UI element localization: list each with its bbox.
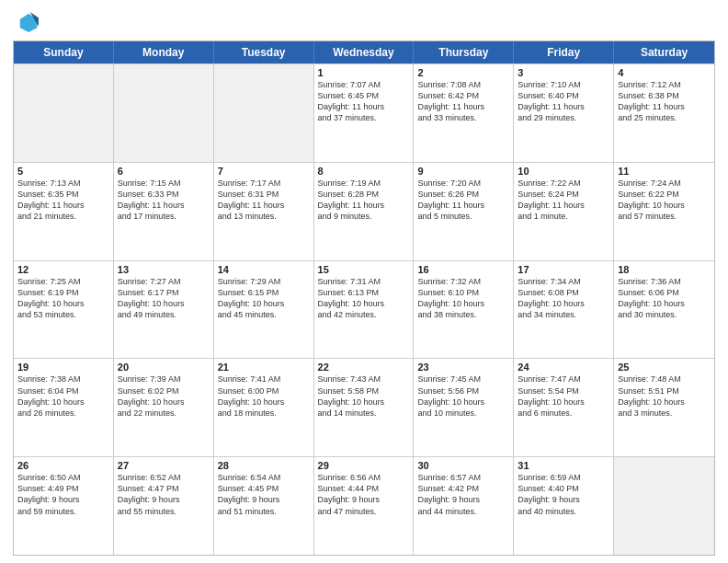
- cal-cell-31: 31Sunrise: 6:59 AM Sunset: 4:40 PM Dayli…: [514, 457, 614, 555]
- cal-cell-14: 14Sunrise: 7:29 AM Sunset: 6:15 PM Dayli…: [214, 261, 314, 359]
- cell-info: Sunrise: 7:24 AM Sunset: 6:22 PM Dayligh…: [618, 178, 711, 223]
- day-number: 19: [17, 362, 109, 373]
- cal-cell-30: 30Sunrise: 6:57 AM Sunset: 4:42 PM Dayli…: [414, 457, 514, 555]
- day-number: 4: [618, 67, 711, 78]
- calendar-row-0: 1Sunrise: 7:07 AM Sunset: 6:45 PM Daylig…: [14, 63, 714, 162]
- day-number: 14: [218, 264, 310, 275]
- cell-info: Sunrise: 7:45 AM Sunset: 5:56 PM Dayligh…: [417, 373, 509, 419]
- day-number: 25: [618, 362, 711, 373]
- cell-info: Sunrise: 7:48 AM Sunset: 5:51 PM Dayligh…: [618, 373, 711, 419]
- cell-info: Sunrise: 6:54 AM Sunset: 4:45 PM Dayligh…: [218, 472, 310, 517]
- cell-info: Sunrise: 7:10 AM Sunset: 6:40 PM Dayligh…: [518, 79, 609, 124]
- cal-cell-2: 2Sunrise: 7:08 AM Sunset: 6:42 PM Daylig…: [414, 64, 514, 162]
- day-number: 3: [518, 67, 609, 78]
- calendar-row-1: 5Sunrise: 7:13 AM Sunset: 6:35 PM Daylig…: [14, 162, 714, 260]
- logo: [13, 9, 42, 35]
- cal-cell-1: 1Sunrise: 7:07 AM Sunset: 6:45 PM Daylig…: [314, 64, 415, 162]
- calendar-body: 1Sunrise: 7:07 AM Sunset: 6:45 PM Daylig…: [14, 63, 714, 555]
- calendar: SundayMondayTuesdayWednesdayThursdayFrid…: [13, 40, 715, 556]
- header: [13, 9, 715, 35]
- day-number: 29: [318, 460, 410, 471]
- cal-cell-29: 29Sunrise: 6:56 AM Sunset: 4:44 PM Dayli…: [314, 457, 415, 555]
- cal-cell-5: 5Sunrise: 7:13 AM Sunset: 6:35 PM Daylig…: [14, 163, 114, 260]
- cell-info: Sunrise: 7:41 AM Sunset: 6:00 PM Dayligh…: [218, 373, 310, 419]
- day-number: 17: [518, 264, 609, 275]
- day-number: 22: [318, 362, 410, 373]
- cal-cell-empty-0-0: [14, 64, 114, 162]
- day-number: 24: [518, 362, 609, 373]
- calendar-row-4: 26Sunrise: 6:50 AM Sunset: 4:49 PM Dayli…: [14, 456, 714, 555]
- cell-info: Sunrise: 7:43 AM Sunset: 5:58 PM Dayligh…: [318, 373, 410, 419]
- cell-info: Sunrise: 7:38 AM Sunset: 6:04 PM Dayligh…: [17, 373, 109, 419]
- cell-info: Sunrise: 6:50 AM Sunset: 4:49 PM Dayligh…: [17, 472, 109, 517]
- page: SundayMondayTuesdayWednesdayThursdayFrid…: [0, 0, 728, 563]
- day-number: 31: [518, 460, 609, 471]
- cell-info: Sunrise: 7:17 AM Sunset: 6:31 PM Dayligh…: [218, 178, 310, 223]
- cal-cell-27: 27Sunrise: 6:52 AM Sunset: 4:47 PM Dayli…: [114, 457, 214, 555]
- cal-cell-24: 24Sunrise: 7:47 AM Sunset: 5:54 PM Dayli…: [514, 359, 614, 456]
- cal-cell-22: 22Sunrise: 7:43 AM Sunset: 5:58 PM Dayli…: [314, 359, 415, 456]
- cell-info: Sunrise: 7:47 AM Sunset: 5:54 PM Dayligh…: [518, 373, 609, 419]
- day-number: 16: [417, 264, 509, 275]
- cal-cell-empty-0-1: [114, 64, 214, 162]
- cal-cell-16: 16Sunrise: 7:32 AM Sunset: 6:10 PM Dayli…: [414, 261, 514, 359]
- cell-info: Sunrise: 7:36 AM Sunset: 6:06 PM Dayligh…: [618, 276, 711, 321]
- cell-info: Sunrise: 7:12 AM Sunset: 6:38 PM Dayligh…: [618, 79, 711, 124]
- cell-info: Sunrise: 7:31 AM Sunset: 6:13 PM Dayligh…: [318, 276, 410, 321]
- cal-cell-12: 12Sunrise: 7:25 AM Sunset: 6:19 PM Dayli…: [14, 261, 114, 359]
- day-number: 11: [618, 166, 711, 177]
- cell-info: Sunrise: 7:34 AM Sunset: 6:08 PM Dayligh…: [518, 276, 609, 321]
- header-day-friday: Friday: [514, 41, 614, 63]
- day-number: 1: [318, 67, 410, 78]
- cal-cell-empty-4-6: [614, 457, 714, 555]
- cal-cell-25: 25Sunrise: 7:48 AM Sunset: 5:51 PM Dayli…: [614, 359, 714, 456]
- header-day-sunday: Sunday: [14, 41, 114, 63]
- cal-cell-10: 10Sunrise: 7:22 AM Sunset: 6:24 PM Dayli…: [514, 163, 614, 260]
- calendar-row-3: 19Sunrise: 7:38 AM Sunset: 6:04 PM Dayli…: [14, 358, 714, 456]
- day-number: 8: [318, 166, 410, 177]
- cell-info: Sunrise: 7:25 AM Sunset: 6:19 PM Dayligh…: [17, 276, 109, 321]
- day-number: 5: [17, 166, 109, 177]
- cell-info: Sunrise: 7:29 AM Sunset: 6:15 PM Dayligh…: [218, 276, 310, 321]
- day-number: 26: [17, 460, 109, 471]
- cell-info: Sunrise: 7:08 AM Sunset: 6:42 PM Dayligh…: [417, 79, 509, 124]
- cal-cell-28: 28Sunrise: 6:54 AM Sunset: 4:45 PM Dayli…: [214, 457, 314, 555]
- cal-cell-6: 6Sunrise: 7:15 AM Sunset: 6:33 PM Daylig…: [114, 163, 214, 260]
- logo-icon: [13, 9, 39, 35]
- cell-info: Sunrise: 7:27 AM Sunset: 6:17 PM Dayligh…: [118, 276, 210, 321]
- cell-info: Sunrise: 7:15 AM Sunset: 6:33 PM Dayligh…: [118, 178, 210, 223]
- cal-cell-23: 23Sunrise: 7:45 AM Sunset: 5:56 PM Dayli…: [414, 359, 514, 456]
- cell-info: Sunrise: 7:32 AM Sunset: 6:10 PM Dayligh…: [417, 276, 509, 321]
- cal-cell-17: 17Sunrise: 7:34 AM Sunset: 6:08 PM Dayli…: [514, 261, 614, 359]
- cell-info: Sunrise: 7:13 AM Sunset: 6:35 PM Dayligh…: [17, 178, 109, 223]
- cell-info: Sunrise: 7:20 AM Sunset: 6:26 PM Dayligh…: [417, 178, 509, 223]
- day-number: 7: [218, 166, 310, 177]
- day-number: 27: [118, 460, 210, 471]
- cal-cell-13: 13Sunrise: 7:27 AM Sunset: 6:17 PM Dayli…: [114, 261, 214, 359]
- cal-cell-20: 20Sunrise: 7:39 AM Sunset: 6:02 PM Dayli…: [114, 359, 214, 456]
- cal-cell-9: 9Sunrise: 7:20 AM Sunset: 6:26 PM Daylig…: [414, 163, 514, 260]
- cal-cell-15: 15Sunrise: 7:31 AM Sunset: 6:13 PM Dayli…: [314, 261, 415, 359]
- calendar-header: SundayMondayTuesdayWednesdayThursdayFrid…: [14, 41, 714, 63]
- cal-cell-21: 21Sunrise: 7:41 AM Sunset: 6:00 PM Dayli…: [214, 359, 314, 456]
- day-number: 18: [618, 264, 711, 275]
- day-number: 6: [118, 166, 210, 177]
- day-number: 9: [417, 166, 509, 177]
- cal-cell-18: 18Sunrise: 7:36 AM Sunset: 6:06 PM Dayli…: [614, 261, 714, 359]
- day-number: 2: [417, 67, 509, 78]
- day-number: 21: [218, 362, 310, 373]
- cell-info: Sunrise: 6:52 AM Sunset: 4:47 PM Dayligh…: [118, 472, 210, 517]
- cal-cell-8: 8Sunrise: 7:19 AM Sunset: 6:28 PM Daylig…: [314, 163, 415, 260]
- cal-cell-7: 7Sunrise: 7:17 AM Sunset: 6:31 PM Daylig…: [214, 163, 314, 260]
- day-number: 12: [17, 264, 109, 275]
- day-number: 23: [417, 362, 509, 373]
- header-day-thursday: Thursday: [414, 41, 514, 63]
- header-day-monday: Monday: [114, 41, 214, 63]
- cell-info: Sunrise: 6:57 AM Sunset: 4:42 PM Dayligh…: [417, 472, 509, 517]
- cell-info: Sunrise: 7:22 AM Sunset: 6:24 PM Dayligh…: [518, 178, 609, 223]
- cell-info: Sunrise: 6:59 AM Sunset: 4:40 PM Dayligh…: [518, 472, 609, 517]
- cell-info: Sunrise: 7:19 AM Sunset: 6:28 PM Dayligh…: [318, 178, 410, 223]
- day-number: 10: [518, 166, 609, 177]
- calendar-row-2: 12Sunrise: 7:25 AM Sunset: 6:19 PM Dayli…: [14, 260, 714, 359]
- cell-info: Sunrise: 6:56 AM Sunset: 4:44 PM Dayligh…: [318, 472, 410, 517]
